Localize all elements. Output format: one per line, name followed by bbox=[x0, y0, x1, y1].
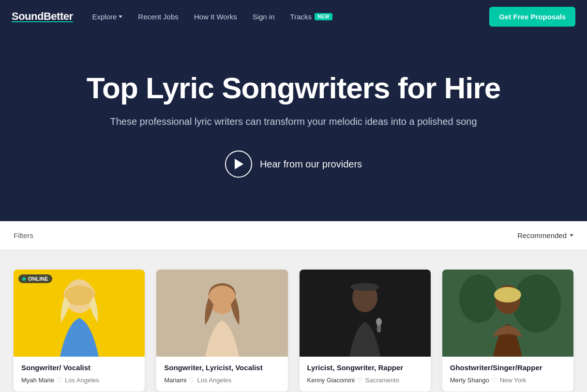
nav-how-it-works[interactable]: How It Works bbox=[194, 13, 237, 21]
card-location: Merty Shango ♡ New York bbox=[450, 377, 566, 384]
card-title: Songwriter, Lyricist, Vocalist bbox=[164, 363, 280, 372]
card-image bbox=[442, 270, 573, 357]
play-button[interactable] bbox=[225, 151, 252, 178]
svg-point-12 bbox=[459, 274, 498, 323]
nav-links: Explore Recent Jobs How It Works Sign in… bbox=[92, 13, 490, 21]
hear-providers-label: Hear from our providers bbox=[260, 159, 362, 170]
svg-point-8 bbox=[350, 283, 379, 291]
card-image-container bbox=[156, 270, 287, 357]
heart-icon: ♡ bbox=[492, 377, 497, 384]
card-image-container bbox=[442, 270, 573, 357]
heart-icon: ♡ bbox=[189, 377, 195, 384]
card-name: Merty Shango bbox=[450, 377, 489, 384]
cards-section: ONLINE Songwriter/ Vocalist Myah Marie ♡… bbox=[0, 250, 587, 392]
card-name: Mariami bbox=[164, 377, 186, 384]
online-badge: ONLINE bbox=[18, 274, 52, 283]
hero-play-row: Hear from our providers bbox=[10, 151, 577, 178]
card-image-container: ONLINE bbox=[14, 270, 145, 357]
card-title: Songwriter/ Vocalist bbox=[21, 363, 137, 372]
hero-title: Top Lyric Songwriters for Hire bbox=[10, 72, 577, 105]
card-image-container bbox=[300, 270, 431, 357]
filters-button[interactable]: Filters bbox=[14, 231, 33, 240]
provider-card[interactable]: Lyricist, Songwriter, Rapper Kenny Giaco… bbox=[300, 270, 431, 392]
nav-explore[interactable]: Explore bbox=[92, 13, 123, 21]
card-name: Myah Marie bbox=[21, 377, 54, 384]
card-city: Los Angeles bbox=[197, 377, 231, 384]
heart-icon: ♡ bbox=[357, 377, 363, 384]
card-location: Kenny Giacomini ♡ Sacramento bbox=[307, 377, 423, 384]
get-free-proposals-button[interactable]: Get Free Proposals bbox=[489, 7, 575, 27]
card-title: Ghostwriter/Singer/Rapper bbox=[450, 363, 566, 372]
card-city: New York bbox=[500, 377, 527, 384]
nav-sign-in[interactable]: Sign in bbox=[253, 13, 275, 21]
logo[interactable]: SoundBetter bbox=[12, 10, 73, 23]
card-image bbox=[156, 270, 287, 357]
card-city: Los Angeles bbox=[65, 377, 99, 384]
chevron-down-icon bbox=[119, 15, 122, 18]
card-body: Songwriter/ Vocalist Myah Marie ♡ Los An… bbox=[14, 357, 145, 392]
card-location: Mariami ♡ Los Angeles bbox=[164, 377, 280, 384]
cards-grid: ONLINE Songwriter/ Vocalist Myah Marie ♡… bbox=[14, 270, 573, 392]
card-body: Songwriter, Lyricist, Vocalist Mariami ♡… bbox=[156, 357, 287, 392]
provider-card[interactable]: Songwriter, Lyricist, Vocalist Mariami ♡… bbox=[156, 270, 287, 392]
nav-recent-jobs[interactable]: Recent Jobs bbox=[138, 13, 178, 21]
provider-card[interactable]: Ghostwriter/Singer/Rapper Merty Shango ♡… bbox=[442, 270, 573, 392]
nav-tracks[interactable]: Tracks NEW bbox=[290, 13, 332, 21]
card-city: Sacramento bbox=[365, 377, 399, 384]
card-body: Ghostwriter/Singer/Rapper Merty Shango ♡… bbox=[442, 357, 573, 392]
card-image bbox=[300, 270, 431, 357]
svg-point-10 bbox=[376, 318, 382, 326]
card-body: Lyricist, Songwriter, Rapper Kenny Giaco… bbox=[300, 357, 431, 392]
play-icon bbox=[235, 159, 243, 169]
card-name: Kenny Giacomini bbox=[307, 377, 355, 384]
sort-label: Recommended bbox=[517, 231, 567, 240]
navbar: SoundBetter Explore Recent Jobs How It W… bbox=[0, 0, 587, 33]
card-location: Myah Marie ♡ Los Angeles bbox=[21, 377, 137, 384]
filter-bar: Filters Recommended bbox=[0, 221, 587, 250]
hero-subtitle: These professional lyric writers can tra… bbox=[10, 116, 577, 127]
svg-point-15 bbox=[494, 287, 521, 302]
sort-dropdown[interactable]: Recommended bbox=[517, 231, 573, 240]
new-badge: NEW bbox=[315, 13, 332, 20]
card-title: Lyricist, Songwriter, Rapper bbox=[307, 363, 423, 372]
online-dot bbox=[22, 277, 26, 281]
hero-section: Top Lyric Songwriters for Hire These pro… bbox=[0, 33, 587, 221]
provider-card[interactable]: ONLINE Songwriter/ Vocalist Myah Marie ♡… bbox=[14, 270, 145, 392]
chevron-down-icon bbox=[570, 234, 573, 237]
heart-icon: ♡ bbox=[57, 377, 62, 384]
